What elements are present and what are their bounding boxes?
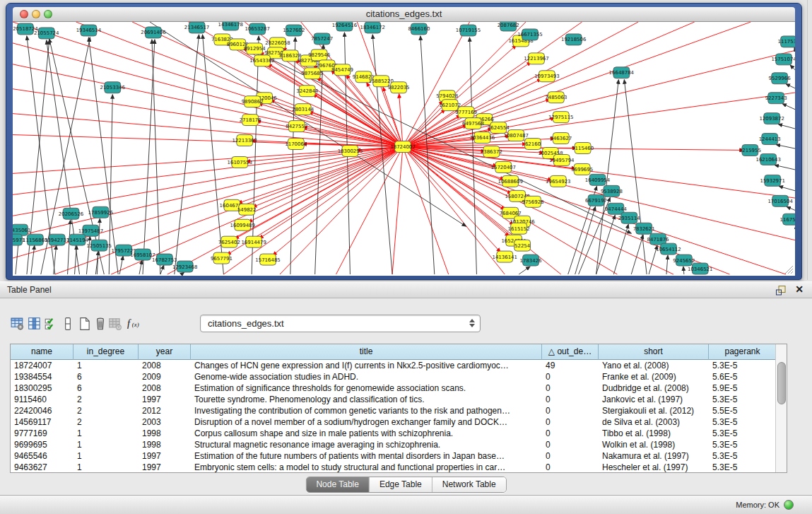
resize-grip[interactable]: [784, 264, 794, 274]
graph-edge[interactable]: [403, 50, 795, 147]
table-cell[interactable]: 0: [542, 382, 599, 394]
table-cell[interactable]: 1: [73, 439, 139, 450]
graph-edge[interactable]: [259, 147, 403, 239]
table-cell[interactable]: Yano et al. (2008): [599, 360, 709, 371]
graph-edge[interactable]: [13, 114, 403, 147]
graph-edge[interactable]: [152, 40, 160, 274]
graph-edge[interactable]: [787, 206, 795, 211]
table-cell[interactable]: 5.6E-5: [709, 371, 777, 382]
table-cell[interactable]: 18300295: [11, 382, 73, 394]
table-cell[interactable]: 1998: [139, 439, 191, 450]
table-cell[interactable]: 9115460: [11, 394, 73, 405]
graph-edge[interactable]: [403, 93, 795, 147]
column-header-name[interactable]: name: [11, 344, 73, 360]
table-cell[interactable]: 5.3E-5: [709, 450, 777, 462]
table-cell[interactable]: Stergiakouli et al. (2012): [599, 405, 709, 416]
graph-edge[interactable]: [139, 260, 142, 274]
table-cell[interactable]: Investigating the contribution of common…: [191, 405, 542, 416]
table-row[interactable]: 2242004622012Investigating the contribut…: [11, 405, 777, 416]
table-cell[interactable]: Dudbridge et al. (2008): [599, 382, 709, 394]
graph-edge[interactable]: [782, 104, 795, 110]
graph-edge[interactable]: [280, 147, 403, 274]
graph-edge[interactable]: [776, 145, 795, 149]
network-canvas[interactable]: 7163822896012889129542822605898275051654…: [13, 22, 795, 276]
column-header-title[interactable]: title: [191, 344, 542, 360]
table-cell[interactable]: Nakamura et al. (1997): [599, 450, 709, 462]
table-row[interactable]: 1872400712008Changes of HCN gene express…: [11, 360, 777, 371]
graph-edge[interactable]: [624, 80, 647, 274]
table-cell[interactable]: 2: [73, 405, 139, 416]
table-cell[interactable]: Disruption of a novel member of a sodium…: [191, 416, 542, 428]
graph-edge[interactable]: [160, 265, 164, 274]
table-row[interactable]: 911546021997Tourette syndrome. Phenomeno…: [11, 394, 777, 405]
column-header-short[interactable]: short: [599, 344, 709, 360]
graph-edge[interactable]: [778, 124, 795, 129]
table-cell[interactable]: 5.3E-5: [709, 462, 777, 473]
table-cell[interactable]: 1: [73, 360, 139, 371]
vertical-scrollbar[interactable]: [775, 344, 787, 472]
table-cell[interactable]: 6: [73, 371, 139, 382]
table-cell[interactable]: 5.3E-5: [709, 416, 777, 428]
graph-edge[interactable]: [75, 245, 77, 274]
function-builder-icon[interactable]: f (x): [126, 317, 141, 331]
table-cell[interactable]: 9463627: [11, 462, 73, 473]
table-cell[interactable]: 18724007: [11, 360, 73, 371]
table-cell[interactable]: Changes of HCN gene expression and I(f) …: [191, 360, 542, 371]
table-row[interactable]: 1830029562008Estimation of significance …: [11, 382, 777, 394]
graph-edge[interactable]: [31, 245, 35, 274]
graph-edge[interactable]: [54, 245, 57, 274]
column-header-pagerank[interactable]: pagerank: [709, 344, 777, 360]
table-cell[interactable]: 2009: [139, 371, 191, 382]
table-cell[interactable]: 0: [542, 428, 599, 439]
graph-edge[interactable]: [779, 186, 795, 191]
table-cell[interactable]: 0: [542, 405, 599, 416]
table-cell[interactable]: 5.3E-5: [709, 360, 777, 371]
table-cell[interactable]: 14569117: [11, 416, 73, 428]
column-header-out_de[interactable]: △ out_de…: [542, 344, 599, 360]
table-cell[interactable]: Hescheler et al. (1997): [599, 462, 709, 473]
table-cell[interactable]: 5.3E-5: [709, 428, 777, 439]
graph-edge[interactable]: [68, 220, 71, 274]
table-cell[interactable]: 2008: [139, 360, 191, 371]
table-cell[interactable]: 5.5E-5: [709, 405, 777, 416]
table-cell[interactable]: 5.3E-5: [709, 394, 777, 405]
table-row[interactable]: 977716911998Corpus callosum shape and si…: [11, 428, 777, 439]
table-cell[interactable]: 0: [542, 462, 599, 473]
table-cell[interactable]: Tourette syndrome. Phenomenology and cla…: [191, 394, 542, 405]
tab-node-table[interactable]: Node Table: [306, 477, 370, 492]
new-column-icon[interactable]: [78, 317, 92, 331]
table-cell[interactable]: 2: [73, 394, 139, 405]
graph-edge[interactable]: [88, 37, 118, 274]
graph-edge[interactable]: [631, 235, 643, 274]
table-cell[interactable]: 0: [542, 416, 599, 428]
table-cell[interactable]: 2012: [139, 405, 191, 416]
graph-edge[interactable]: [175, 35, 199, 274]
graph-edge[interactable]: [238, 147, 403, 204]
network-window-titlebar[interactable]: citations_edges.txt: [13, 7, 795, 22]
table-cell[interactable]: Corpus callosum shape and size in male p…: [191, 428, 542, 439]
table-cell[interactable]: 1997: [139, 462, 191, 473]
delete-column-icon[interactable]: [93, 317, 107, 331]
table-cell[interactable]: 9777169: [11, 428, 73, 439]
column-header-year[interactable]: year: [139, 344, 191, 360]
table-cell[interactable]: 9699695: [11, 439, 73, 450]
citation-network-graph[interactable]: 7163822896012889129542822605898275051654…: [13, 22, 795, 276]
select-columns-icon[interactable]: [28, 317, 42, 331]
close-panel-icon[interactable]: ✕: [795, 284, 804, 295]
table-cell[interactable]: 2: [73, 416, 139, 428]
network-window[interactable]: citations_edges.txt 71638228960128891295…: [6, 3, 802, 280]
table-cell[interactable]: de Silva et al. (2003): [599, 416, 709, 428]
table-cell[interactable]: 1: [73, 450, 139, 462]
graph-edge[interactable]: [403, 147, 795, 241]
table-cell[interactable]: 2008: [139, 382, 191, 394]
table-cell[interactable]: 1: [73, 462, 139, 473]
column-header-in_degree[interactable]: in_degree: [73, 344, 139, 360]
table-cell[interactable]: 22420046: [11, 405, 73, 416]
table-row[interactable]: 1938455462009Genome-wide association stu…: [11, 371, 777, 382]
table-cell[interactable]: 5.9E-5: [709, 382, 777, 394]
table-cell[interactable]: 49: [542, 360, 599, 371]
row-layout-icon[interactable]: [61, 317, 75, 331]
table-cell[interactable]: 1: [73, 428, 139, 439]
table-cell[interactable]: Tibbo et al. (1998): [599, 428, 709, 439]
float-panel-icon[interactable]: [775, 285, 787, 296]
